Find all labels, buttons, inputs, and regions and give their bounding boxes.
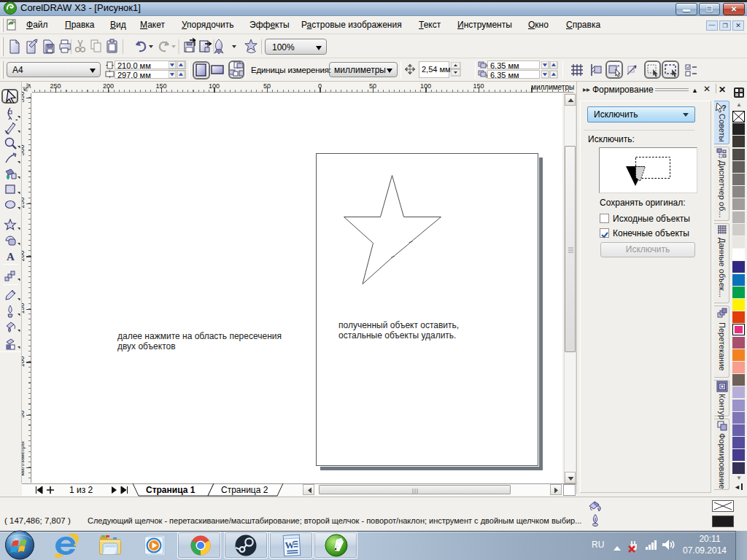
svg-text:?: ? — [721, 104, 727, 112]
svg-text:W: W — [285, 540, 295, 551]
svg-text:*: * — [617, 63, 620, 70]
